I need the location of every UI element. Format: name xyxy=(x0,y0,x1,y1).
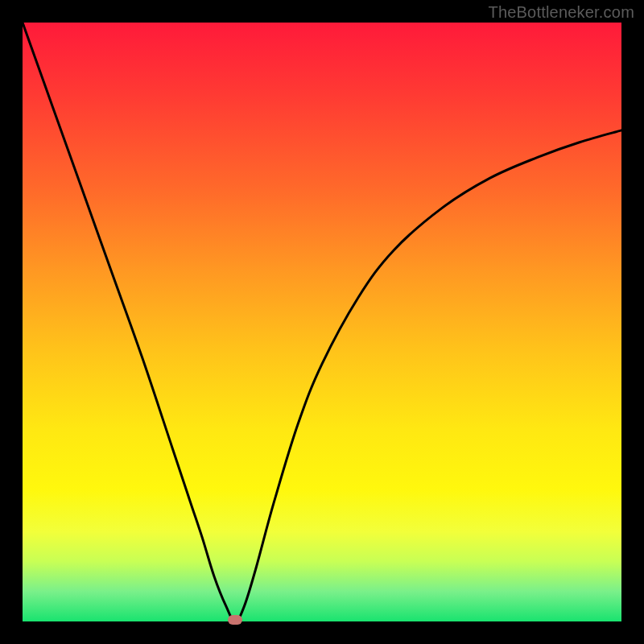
watermark-text: TheBottleneker.com xyxy=(489,3,634,22)
min-marker xyxy=(228,615,242,625)
plot-area xyxy=(23,23,621,621)
chart-frame: TheBottleneker.com xyxy=(0,0,644,644)
bottleneck-curve xyxy=(23,23,621,621)
curve-layer xyxy=(23,23,621,621)
